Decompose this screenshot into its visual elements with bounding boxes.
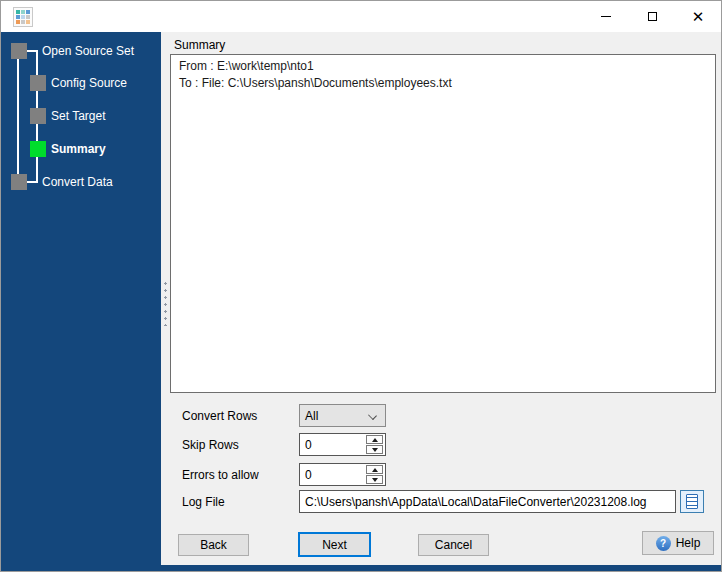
help-button-label: Help: [676, 536, 701, 550]
errors-to-allow-label: Errors to allow: [182, 468, 259, 482]
chevron-down-icon: [368, 411, 377, 420]
spin-down-button[interactable]: [366, 475, 383, 484]
skip-rows-input[interactable]: [300, 434, 362, 455]
maximize-icon: [648, 12, 657, 21]
step-label: Convert Data: [42, 175, 113, 189]
log-file-label: Log File: [182, 495, 225, 509]
splitter-grip-icon: [163, 280, 168, 326]
step-summary[interactable]: Summary: [30, 141, 106, 157]
summary-heading: Summary: [174, 38, 225, 52]
skip-rows-stepper: [299, 433, 386, 456]
step-open-source-set[interactable]: Open Source Set: [11, 43, 134, 59]
window-bottom-accent-strip: [1, 565, 721, 571]
step-label: Open Source Set: [42, 44, 134, 58]
close-icon: ✕: [692, 9, 705, 24]
errors-to-allow-input[interactable]: [300, 464, 362, 485]
convert-rows-label: Convert Rows: [182, 409, 257, 423]
title-bar: ✕: [1, 1, 721, 32]
spin-down-button[interactable]: [366, 445, 383, 454]
step-square-icon: [30, 108, 46, 124]
summary-line-from: From : E:\work\temp\nto1: [179, 58, 707, 75]
arrow-up-icon: [372, 468, 378, 472]
arrow-down-icon: [372, 478, 378, 482]
close-button[interactable]: ✕: [675, 1, 721, 32]
summary-textarea[interactable]: From : E:\work\temp\nto1 To : File: C:\U…: [170, 54, 716, 393]
app-icon: [13, 7, 33, 27]
minimize-button[interactable]: [583, 1, 629, 32]
log-document-icon: [686, 494, 698, 509]
spin-up-button[interactable]: [366, 465, 383, 474]
summary-panel: Summary From : E:\work\temp\nto1 To : Fi…: [170, 32, 722, 567]
step-square-icon-active: [30, 141, 46, 157]
skip-rows-label: Skip Rows: [182, 438, 239, 452]
help-question-icon: ?: [656, 536, 671, 551]
step-convert-data[interactable]: Convert Data: [11, 174, 113, 190]
summary-line-to: To : File: C:\Users\pansh\Documents\empl…: [179, 75, 707, 92]
back-button-label: Back: [200, 538, 227, 552]
errors-to-allow-stepper: [299, 463, 386, 486]
wizard-steps-sidebar: Open Source Set Config Source Set Target…: [1, 32, 161, 567]
step-label: Summary: [51, 142, 106, 156]
step-set-target[interactable]: Set Target: [30, 108, 105, 124]
help-button[interactable]: ? Help: [642, 531, 714, 555]
next-button[interactable]: Next: [298, 532, 371, 557]
spin-up-button[interactable]: [366, 435, 383, 444]
back-button[interactable]: Back: [178, 534, 249, 556]
step-config-source[interactable]: Config Source: [30, 75, 127, 91]
caption-buttons: ✕: [583, 1, 721, 32]
step-label: Set Target: [51, 109, 105, 123]
sidebar-splitter[interactable]: [161, 32, 170, 567]
view-log-file-button[interactable]: [680, 490, 704, 513]
log-file-input[interactable]: [299, 490, 676, 513]
step-label: Config Source: [51, 76, 127, 90]
step-square-icon: [30, 75, 46, 91]
next-button-label: Next: [322, 538, 347, 552]
cancel-button-label: Cancel: [435, 538, 472, 552]
convert-rows-select[interactable]: All: [299, 404, 386, 427]
step-connector-line: [17, 58, 19, 176]
minimize-icon: [601, 16, 611, 17]
step-square-icon: [11, 43, 27, 59]
wizard-window: ✕ Open Source Set Config Source Set Targ…: [0, 0, 722, 572]
maximize-button[interactable]: [629, 1, 675, 32]
arrow-up-icon: [372, 438, 378, 442]
cancel-button[interactable]: Cancel: [418, 534, 489, 556]
step-square-icon: [11, 174, 27, 190]
arrow-down-icon: [372, 448, 378, 452]
convert-rows-value: All: [305, 409, 318, 423]
